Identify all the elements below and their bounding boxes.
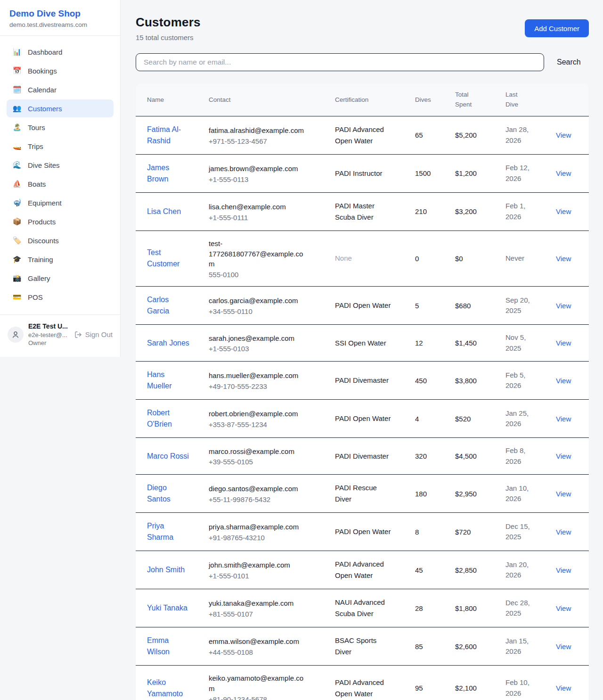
customer-name-link[interactable]: Test Customer [147,247,190,270]
view-customer-link[interactable]: View [556,604,571,612]
customer-email: lisa.chen@example.com [209,202,308,212]
sidebar-item-products[interactable]: 📦 Products [7,213,114,231]
wave-icon: 🌊 [12,161,22,169]
sidebar-item-dive-sites[interactable]: 🌊 Dive Sites [7,156,114,174]
customer-count: 15 total customers [136,33,201,41]
search-input[interactable] [136,53,544,71]
customer-email: james.brown@example.com [209,164,308,174]
column-header-contact: Contact [204,84,330,116]
page-header: Customers 15 total customers Add Custome… [136,0,589,41]
customer-name-link[interactable]: Fatima Al-Rashid [147,124,190,147]
customer-total-spent: $2,600 [450,627,501,666]
brand-block: Demo Dive Shop demo.test.divestreams.com [0,0,120,36]
customers-table: Name Contact Certification Dives Total S… [136,84,589,700]
label-icon: 🏷️ [12,236,22,245]
calendar-icon: 📅 [12,66,22,75]
customer-phone: +39-555-0105 [209,458,326,466]
camera-icon: 📸 [12,274,22,282]
table-header-row: Name Contact Certification Dives Total S… [136,84,589,116]
customer-phone: +55-11-99876-5432 [209,495,326,503]
people-icon: 👥 [12,104,22,113]
table-row: Yuki Tanaka yuki.tanaka@example.com +81-… [136,589,589,627]
view-customer-link[interactable]: View [556,684,571,692]
sidebar-item-discounts[interactable]: 🏷️ Discounts [7,231,114,249]
customer-dives: 180 [410,475,450,513]
customer-name-link[interactable]: Hans Mueller [147,369,190,392]
view-customer-link[interactable]: View [556,566,571,574]
customer-last-dive: Jan 20, 2026 [505,560,536,581]
view-customer-link[interactable]: View [556,169,571,177]
customer-email: john.smith@example.com [209,560,308,570]
main-content: Customers 15 total customers Add Custome… [136,0,589,700]
view-customer-link[interactable]: View [556,452,571,460]
brand-name: Demo Dive Shop [9,8,111,19]
view-customer-link[interactable]: View [556,642,571,651]
sailboat-icon: ⛵ [12,180,22,188]
customer-total-spent: $1,800 [450,589,501,627]
column-header-actions [551,84,589,116]
customer-phone: +81-555-0107 [209,610,326,618]
customer-last-dive: Jan 25, 2026 [505,408,536,429]
customer-last-dive: Feb 8, 2026 [505,445,536,467]
view-customer-link[interactable]: View [556,377,571,385]
sign-out-button[interactable]: Sign Out [74,330,113,338]
customer-certification: None [335,253,393,264]
customer-total-spent: $720 [450,513,501,551]
page-title: Customers [136,15,201,30]
customer-name-link[interactable]: Emma Wilson [147,635,190,658]
customer-total-spent: $5,200 [450,116,501,154]
customer-email: priya.sharma@example.com [209,522,308,532]
user-block: E2E Test U... e2e-tester@... Owner Sign … [0,314,120,357]
view-customer-link[interactable]: View [556,131,571,139]
customer-name-link[interactable]: Keiko Yamamoto [147,677,190,700]
customer-name-link[interactable]: Priya Sharma [147,520,190,543]
customer-last-dive: Feb 1, 2026 [505,201,536,222]
customer-name-link[interactable]: James Brown [147,162,190,185]
customer-name-link[interactable]: Diego Santos [147,482,190,505]
person-icon [11,330,20,339]
sidebar-item-calendar[interactable]: 🗓️ Calendar [7,81,114,99]
view-customer-link[interactable]: View [556,302,571,310]
add-customer-button[interactable]: Add Customer [525,19,589,37]
customer-phone: +353-87-555-1234 [209,420,326,428]
customer-name-link[interactable]: Robert O'Brien [147,407,190,430]
customer-certification: PADI Open Water [335,526,393,537]
customer-name-link[interactable]: Marco Rossi [147,451,189,462]
customer-total-spent: $4,500 [450,438,501,475]
credit-card-icon: 💳 [12,293,22,301]
sidebar-item-gallery[interactable]: 📸 Gallery [7,269,114,287]
view-customer-link[interactable]: View [556,339,571,347]
sidebar-item-equipment[interactable]: 🤿 Equipment [7,194,114,212]
customer-name-link[interactable]: Carlos Garcia [147,294,190,317]
search-button[interactable]: Search [557,58,581,66]
view-customer-link[interactable]: View [556,207,571,215]
customer-dives: 0 [410,231,450,286]
customer-dives: 1500 [410,154,450,192]
customer-phone: +971-55-123-4567 [209,137,326,145]
view-customer-link[interactable]: View [556,528,571,536]
customer-total-spent: $0 [450,231,501,286]
sidebar-item-tours[interactable]: 🏝️ Tours [7,118,114,136]
customer-last-dive: Nov 5, 2025 [505,332,536,354]
sidebar-item-boats[interactable]: ⛵ Boats [7,175,114,193]
customer-phone: +1-555-0113 [209,175,326,183]
sidebar-item-pos[interactable]: 💳 POS [7,288,114,306]
customer-phone: +81-90-1234-5678 [209,695,326,700]
customer-certification: PADI Advanced Open Water [335,677,393,700]
sidebar-item-training[interactable]: 🎓 Training [7,250,114,268]
customer-name-link[interactable]: Yuki Tanaka [147,602,187,614]
sidebar-item-customers[interactable]: 👥 Customers [7,99,114,117]
view-customer-link[interactable]: View [556,255,571,263]
customer-email: keiko.yamamoto@example.com [209,673,308,694]
customer-name-link[interactable]: Lisa Chen [147,206,181,217]
bar-chart-icon: 📊 [12,48,22,56]
customer-name-link[interactable]: Sarah Jones [147,338,189,349]
speedboat-icon: 🚤 [12,142,22,150]
sidebar-item-dashboard[interactable]: 📊 Dashboard [7,43,114,61]
customer-name-link[interactable]: John Smith [147,564,185,576]
column-header-certification: Certification [330,84,410,116]
sidebar-item-bookings[interactable]: 📅 Bookings [7,62,114,80]
view-customer-link[interactable]: View [556,415,571,423]
sidebar-item-trips[interactable]: 🚤 Trips [7,137,114,155]
view-customer-link[interactable]: View [556,490,571,498]
